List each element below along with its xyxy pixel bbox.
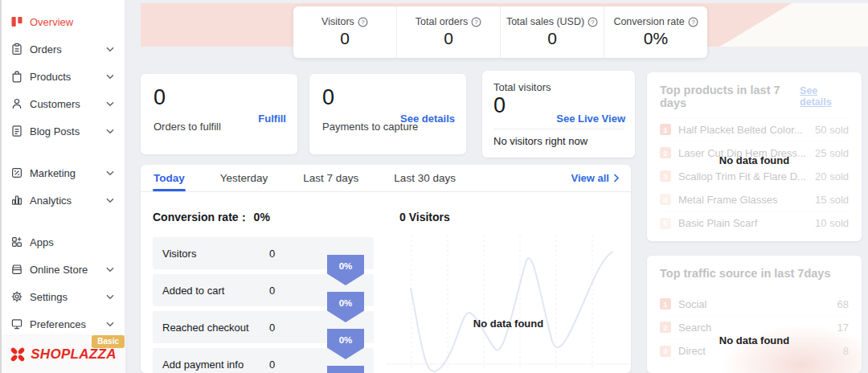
- product-row: 3 Scallop Trim Fit & Flare D... 20 sold: [660, 165, 849, 188]
- sidebar-item-marketing[interactable]: Marketing: [0, 159, 125, 186]
- svg-text:?: ?: [691, 18, 695, 26]
- top-products-see-details-link[interactable]: See details: [800, 85, 849, 108]
- product-sold: 50 sold: [815, 124, 849, 136]
- customers-icon: [10, 97, 23, 110]
- stat-label: Visitors: [321, 16, 354, 27]
- sidebar-item-orders[interactable]: Orders: [0, 35, 125, 63]
- blog-posts-icon: [10, 125, 23, 137]
- funnel-label: Add payment info: [162, 359, 269, 371]
- product-name: Basic Plain Scarf: [678, 217, 808, 229]
- svg-text:?: ?: [361, 18, 365, 26]
- left-edge-line: [0, 0, 2, 373]
- product-sold: 15 sold: [815, 194, 849, 206]
- help-icon[interactable]: ?: [358, 17, 368, 27]
- sidebar-item-blog-posts[interactable]: Blog Posts: [0, 117, 125, 145]
- product-row: 4 Metal Frame Glasses 15 sold: [660, 188, 849, 211]
- product-row: 5 Basic Plain Scarf 10 sold: [660, 211, 849, 235]
- date-range-tabs: Today Yesterday Last 7 days Last 30 days…: [141, 165, 631, 192]
- sidebar-item-analytics[interactable]: Analytics: [0, 186, 125, 214]
- stat-total-orders: Total orders ? 0: [396, 6, 500, 58]
- stat-value: 0%: [644, 29, 668, 48]
- tab-last-7-days[interactable]: Last 7 days: [302, 165, 359, 191]
- sidebar-item-label: Customers: [30, 98, 100, 110]
- product-name: Metal Frame Glasses: [678, 194, 808, 206]
- no-data-message: No data found: [647, 154, 862, 166]
- dashboard-page: Overview Orders Products: [0, 0, 868, 373]
- stat-value: 0: [547, 29, 557, 48]
- stat-total-sales: Total sales (USD) ? 0: [500, 6, 604, 58]
- chevron-down-icon: [106, 267, 114, 273]
- funnel-value: 0: [269, 359, 275, 371]
- stat-label: Conversion rate: [613, 16, 684, 27]
- payments-card-label: Payments to capture: [322, 121, 418, 133]
- no-data-message: No data found: [647, 334, 862, 346]
- see-live-view-link[interactable]: See Live View: [556, 113, 625, 125]
- rank-badge: 5: [660, 218, 671, 229]
- payments-to-capture-card: 0 See details Payments to capture: [309, 74, 466, 154]
- rank-badge: 2: [660, 322, 671, 333]
- rank-badge: 3: [660, 346, 671, 357]
- sidebar-item-apps[interactable]: Apps: [0, 228, 125, 256]
- conversion-funnel: Visitors 0 0% Added to cart 0 0% Reached…: [153, 237, 374, 373]
- sidebar-item-label: Settings: [30, 291, 100, 303]
- traffic-row: 1 Social 68: [660, 293, 849, 316]
- product-name: Scallop Trim Fit & Flare D...: [678, 170, 808, 182]
- chevron-down-icon: [106, 322, 114, 327]
- chevron-down-icon: [106, 47, 114, 52]
- tab-last-30-days[interactable]: Last 30 days: [393, 165, 457, 191]
- payments-count: 0: [322, 85, 334, 110]
- traffic-source-name: Social: [678, 298, 830, 310]
- preferences-icon: [10, 318, 23, 330]
- sidebar-item-customers[interactable]: Customers: [0, 90, 125, 117]
- products-icon: [10, 70, 23, 83]
- chevron-down-icon: [106, 294, 114, 300]
- sidebar-item-overview[interactable]: Overview: [0, 8, 125, 35]
- no-visitors-note: No visitors right now: [493, 135, 588, 147]
- help-icon[interactable]: ?: [471, 17, 481, 27]
- funnel-value: 0: [269, 248, 275, 260]
- rank-badge: 1: [660, 298, 671, 309]
- conversion-rate-line: Conversion rate：0%: [153, 211, 270, 225]
- shoplazza-wordmark: SHOPLAZZA: [31, 346, 117, 363]
- settings-icon: [10, 290, 23, 303]
- sidebar-item-online-store[interactable]: Online Store: [0, 256, 125, 283]
- orders-count: 0: [154, 85, 166, 110]
- placeholder-trend-line: [411, 252, 612, 371]
- sidebar-item-label: Products: [30, 71, 100, 83]
- tab-today[interactable]: Today: [153, 165, 186, 191]
- sidebar-item-label: Online Store: [30, 264, 100, 276]
- chevron-down-icon: [106, 129, 114, 134]
- view-all-link[interactable]: View all: [571, 172, 620, 184]
- chevron-right-icon: [613, 174, 620, 182]
- total-visitors-count: 0: [493, 93, 506, 118]
- sidebar: Overview Orders Products: [0, 0, 125, 373]
- conversion-rate-value: 0%: [254, 211, 270, 223]
- chevron-down-icon: [106, 74, 114, 80]
- sidebar-item-label: Marketing: [30, 167, 100, 179]
- fulfill-link[interactable]: Fulfill: [258, 113, 286, 125]
- no-data-message: No data found: [386, 318, 631, 330]
- product-sold: 10 sold: [815, 217, 849, 229]
- traffic-source-name: Direct: [678, 345, 836, 357]
- sidebar-item-preferences[interactable]: Preferences: [0, 310, 125, 338]
- sidebar-item-products[interactable]: Products: [0, 63, 125, 90]
- funnel-label: Visitors: [162, 248, 269, 260]
- apps-icon: [10, 236, 23, 248]
- sidebar-item-label: Apps: [30, 236, 114, 248]
- chevron-down-icon: [106, 170, 114, 176]
- traffic-source-value: 17: [837, 322, 849, 334]
- rank-badge: 3: [660, 170, 671, 182]
- divider: [493, 129, 624, 129]
- sidebar-item-settings[interactable]: Settings: [0, 283, 125, 310]
- funnel-rate-badge: 0%: [327, 366, 364, 373]
- help-icon[interactable]: ?: [688, 17, 698, 27]
- marketing-icon: [10, 166, 23, 179]
- traffic-source-name: Search: [678, 322, 830, 334]
- help-icon[interactable]: ?: [588, 17, 598, 27]
- sidebar-item-label: Overview: [30, 16, 114, 28]
- svg-text:?: ?: [591, 18, 595, 26]
- rank-badge: 4: [660, 194, 671, 205]
- chevron-down-icon: [106, 198, 114, 203]
- funnel-label: Reached checkout: [162, 322, 269, 334]
- tab-yesterday[interactable]: Yesterday: [219, 165, 269, 191]
